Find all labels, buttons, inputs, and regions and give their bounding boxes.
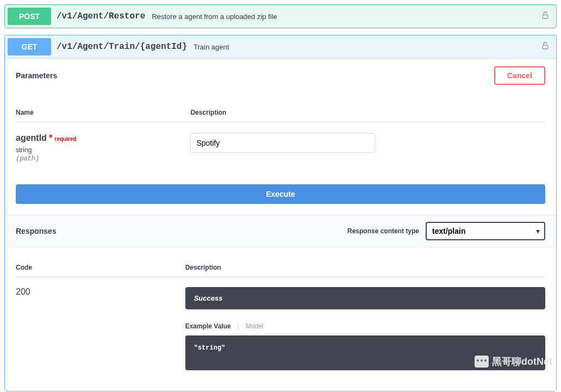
endpoint-summary-text: Restore a agent from a uploaded zip file	[152, 13, 277, 21]
parameters-table: Name Description agentId *required strin…	[16, 103, 545, 173]
required-label: required	[55, 136, 77, 142]
parameters-header: Parameters Cancel	[5, 59, 556, 92]
tab-example-value[interactable]: Example Value	[185, 322, 231, 330]
method-badge-post: POST	[8, 8, 51, 25]
svg-rect-1	[543, 45, 547, 49]
svg-rect-0	[543, 15, 547, 18]
method-badge-get: GET	[8, 38, 51, 55]
lock-icon	[541, 11, 550, 22]
response-code: 200	[16, 277, 185, 381]
endpoint-post-restore[interactable]: POST /v1/Agent/Restore Restore a agent f…	[4, 4, 557, 28]
execute-wrapper: Execute	[5, 184, 556, 215]
endpoint-summary[interactable]: GET /v1/Agent/Train/{agentId} Train agen…	[5, 35, 556, 58]
example-tabs: Example Value | Model	[185, 322, 545, 330]
parameter-name: agentId *required	[16, 133, 190, 143]
tab-model[interactable]: Model	[246, 322, 264, 330]
parameter-row: agentId *required string (path)	[16, 122, 545, 174]
content-type-select[interactable]: text/plain	[426, 222, 545, 240]
endpoint-path: /v1/Agent/Train/{agentId}	[57, 42, 187, 52]
response-description: Success	[185, 287, 545, 309]
param-col-name: Name	[16, 103, 190, 122]
endpoint-path: /v1/Agent/Restore	[57, 11, 145, 21]
param-col-description: Description	[190, 103, 545, 122]
tab-divider: |	[238, 322, 239, 330]
execute-button[interactable]: Execute	[16, 184, 545, 204]
parameter-in: (path)	[16, 155, 190, 163]
endpoint-get-train: GET /v1/Agent/Train/{agentId} Train agen…	[4, 35, 557, 391]
parameter-name-text: agentId	[16, 133, 47, 142]
responses-body: Code Description 200 Success Example Val…	[5, 247, 556, 391]
parameters-heading: Parameters	[16, 71, 57, 80]
responses-col-code: Code	[16, 258, 185, 277]
cancel-button[interactable]: Cancel	[494, 66, 545, 85]
responses-header: Responses Response content type text/pla…	[5, 215, 556, 247]
endpoint-body: Parameters Cancel Name Description agent…	[5, 58, 556, 391]
responses-table: Code Description 200 Success Example Val…	[16, 258, 545, 380]
parameters-section: Name Description agentId *required strin…	[5, 92, 556, 184]
responses-col-description: Description	[185, 258, 545, 277]
example-section: Example Value | Model "string"	[185, 322, 545, 370]
responses-heading: Responses	[16, 227, 57, 235]
parameter-type: string	[16, 146, 190, 154]
example-body: "string"	[185, 335, 545, 370]
response-row: 200 Success Example Value | Model "strin…	[16, 277, 545, 381]
endpoint-summary[interactable]: POST /v1/Agent/Restore Restore a agent f…	[5, 5, 556, 28]
parameter-input-agentid[interactable]	[190, 133, 375, 153]
content-type-select-wrap: text/plain	[426, 222, 545, 240]
content-type-label: Response content type	[347, 227, 419, 235]
endpoint-summary-text: Train agent	[194, 43, 229, 51]
lock-icon	[541, 41, 550, 52]
required-star: *	[47, 133, 53, 142]
